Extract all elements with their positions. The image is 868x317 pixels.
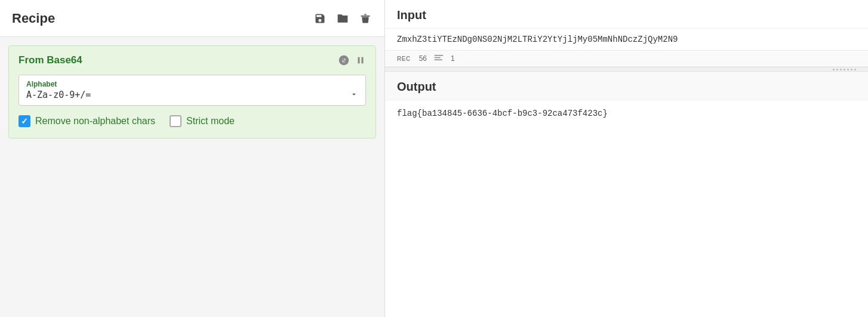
strict-mode-option[interactable]: Strict mode: [170, 115, 235, 127]
alphabet-dropdown-button[interactable]: [350, 90, 358, 100]
svg-rect-2: [434, 55, 443, 56]
save-icon: [314, 13, 326, 24]
options-row: ✓ Remove non-alphabet chars Strict mode: [19, 115, 366, 127]
recipe-title: Recipe: [12, 11, 55, 26]
input-content[interactable]: ZmxhZ3tiYTEzNDg0NS02NjM2LTRiY2YtYjljMy05…: [385, 29, 868, 50]
input-value: ZmxhZ3tiYTEzNDg0NS02NjM2LTRiY2YtYjljMy05…: [397, 35, 678, 44]
resize-handle[interactable]: [385, 67, 868, 72]
resize-dot-4: [844, 69, 845, 70]
output-section: Output flag{ba134845-6636-4bcf-b9c3-92ca…: [385, 72, 868, 317]
resize-dot-7: [854, 69, 856, 70]
output-value: flag{ba134845-6636-4bcf-b9c3-92ca473f423…: [397, 109, 608, 118]
input-header: Input: [385, 0, 868, 29]
resize-dot-2: [836, 69, 838, 70]
rec-label: REC: [397, 56, 411, 62]
right-panel: Input ZmxhZ3tiYTEzNDg0NS02NjM2LTRiY2YtYj…: [385, 0, 868, 317]
svg-rect-4: [434, 60, 442, 61]
operation-header: From Base64: [19, 54, 366, 66]
resize-dot-6: [851, 69, 852, 70]
resize-dot-5: [847, 69, 849, 70]
pause-button[interactable]: [355, 55, 366, 66]
disable-icon: [338, 55, 349, 66]
operation-name: From Base64: [19, 54, 82, 66]
disable-button[interactable]: [338, 55, 349, 66]
remove-nonalpha-checkbox[interactable]: ✓: [19, 115, 30, 127]
lines-icon: [434, 55, 444, 62]
input-section: Input ZmxhZ3tiYTEzNDg0NS02NjM2LTRiY2YtYj…: [385, 0, 868, 67]
left-panel: Recipe From Base64: [0, 0, 385, 317]
trash-icon: [359, 13, 371, 24]
save-button[interactable]: [313, 11, 327, 26]
remove-nonalpha-option[interactable]: ✓ Remove non-alphabet chars: [19, 115, 155, 127]
input-title: Input: [397, 8, 426, 21]
resize-dots-group: [833, 69, 856, 70]
folder-icon: [337, 13, 349, 24]
output-title: Output: [397, 80, 436, 93]
line-count: 1: [451, 54, 455, 63]
output-header: Output: [385, 72, 868, 100]
input-stats: REC 56 1: [385, 50, 868, 67]
svg-rect-3: [434, 57, 441, 59]
alphabet-label: Alphabet: [26, 80, 358, 88]
output-content[interactable]: flag{ba134845-6636-4bcf-b9c3-92ca473f423…: [385, 100, 868, 127]
resize-dot-3: [840, 69, 842, 70]
char-count: 56: [419, 54, 427, 63]
alphabet-value: A-Za-z0-9+/=: [26, 90, 91, 100]
delete-button[interactable]: [358, 11, 373, 26]
strict-mode-checkbox[interactable]: [170, 115, 181, 127]
pause-icon: [355, 55, 366, 66]
recipe-actions: [313, 11, 373, 26]
alphabet-select-row: A-Za-z0-9+/=: [26, 90, 358, 100]
recipe-header: Recipe: [0, 0, 384, 37]
remove-nonalpha-label: Remove non-alphabet chars: [35, 116, 155, 127]
chevron-down-icon: [350, 90, 358, 99]
open-button[interactable]: [335, 11, 350, 26]
operation-controls: [338, 55, 366, 66]
alphabet-field[interactable]: Alphabet A-Za-z0-9+/=: [19, 75, 366, 106]
operation-block: From Base64 Al: [8, 45, 376, 139]
resize-dot-1: [833, 69, 835, 70]
strict-mode-label: Strict mode: [186, 116, 235, 127]
